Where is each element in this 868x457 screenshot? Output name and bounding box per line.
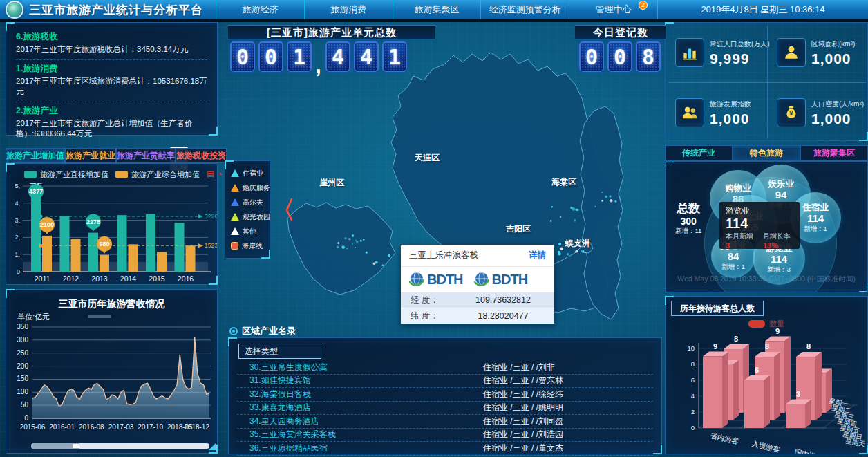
map-legend-item[interactable]: 观光农园: [231, 209, 270, 224]
legend-swatch[interactable]: [24, 171, 37, 178]
coordinate-value: 109.73632812: [452, 295, 554, 305]
coordinate-label: 经 度：: [401, 295, 452, 306]
revenue-chart-subtext: [88, 315, 111, 318]
svg-text:省内游客: 省内游客: [710, 431, 740, 445]
nav-item-2[interactable]: 旅游消费: [304, 0, 393, 19]
stat-card-3: 旅游发展指数1,000: [666, 83, 767, 142]
notification-badge: 2: [639, 1, 648, 10]
stat-card-1: 常驻人口总数(万人)9,999: [666, 23, 767, 82]
summary-item-text: 2017年三亚市年度旅游产业总计增加值（生产者价格）:6380366.44万元: [16, 118, 207, 140]
platform-logo-icon: [7, 2, 22, 17]
stat-card-4: ¥人口密度(人/km²)1,000: [767, 83, 868, 142]
svg-text:0: 0: [17, 268, 20, 275]
stat-label: 常驻人口总数(万人): [710, 39, 765, 49]
svg-text:入境游客: 入境游客: [751, 439, 782, 454]
svg-text:2012: 2012: [63, 274, 79, 283]
globe-icon: [473, 270, 491, 288]
tab-left-1[interactable]: 旅游产业增加值: [6, 148, 65, 163]
svg-text:6: 6: [755, 366, 759, 374]
svg-text:8: 8: [691, 360, 695, 368]
digit-tile: 4: [326, 41, 350, 72]
svg-text:2017-03: 2017-03: [108, 423, 134, 431]
bar-chart-icon: [675, 38, 704, 67]
directory-row: 31.如佳快捷宾馆住宿业 /三亚 / /贾东林: [237, 375, 653, 389]
coordinate-value: 18.28020477: [452, 311, 554, 321]
summary-item-title[interactable]: 1.旅游消费: [16, 63, 207, 75]
svg-text:3: 3: [796, 390, 800, 398]
nav-item-5[interactable]: 管理中心2: [569, 0, 658, 19]
map-legend-item[interactable]: 海岸线: [231, 239, 270, 253]
directory-row-name[interactable]: 33.康喜龙海酒店: [237, 402, 483, 413]
svg-text:9: 9: [775, 327, 780, 335]
summary-item: 1.旅游消费2017年三亚市年度区域旅游消费总计：10531676.18万元: [16, 60, 207, 102]
directory-row-info: 住宿业 /三亚 / /刘同盈: [483, 416, 653, 427]
revenue-chart-scrollbar[interactable]: [31, 443, 209, 449]
tab-right-2[interactable]: 特色旅游: [733, 145, 800, 161]
svg-text:300: 300: [17, 336, 28, 344]
legend-swatch[interactable]: [115, 171, 128, 178]
nav-item-4[interactable]: 经济监测预警分析: [480, 0, 569, 19]
svg-text:¥: ¥: [790, 110, 793, 117]
pie-icon[interactable]: ◔: [217, 170, 222, 178]
region-label-5: 蜈支洲: [565, 238, 590, 250]
type-filter-select[interactable]: 选择类型: [238, 344, 321, 359]
summary-panel: 6.旅游税收2017年三亚市年度旅游税收总计：3450.3.14万元1.旅游消费…: [6, 22, 218, 136]
directory-row-info: 住宿业 /三亚 / /贾东林: [483, 375, 653, 386]
bubble-delta: 新增：1: [721, 263, 745, 270]
region-yazhou[interactable]: [287, 203, 395, 295]
map-legend-item[interactable]: 住宿业: [231, 166, 270, 180]
tab-left-3[interactable]: 旅游产业贡献率: [116, 148, 176, 163]
directory-row-name[interactable]: 36.三亚琼据精品民宿: [237, 442, 483, 454]
svg-text:100: 100: [17, 388, 28, 395]
tab-right-3[interactable]: 旅游聚集区: [800, 145, 868, 161]
map-legend-label: 高尔夫: [243, 198, 263, 207]
svg-text:2100: 2100: [40, 221, 54, 228]
directory-row-name[interactable]: 32.海棠假日客栈: [237, 389, 483, 400]
popup-details-link[interactable]: 详情: [529, 250, 546, 261]
svg-text:8: 8: [806, 342, 811, 351]
header-divider: [0, 19, 868, 22]
svg-text:6: 6: [691, 376, 695, 384]
map-legend-item[interactable]: 其他: [231, 224, 270, 239]
svg-text:150: 150: [17, 375, 28, 382]
scrollbar-thumb[interactable]: [73, 443, 79, 449]
directory-row-name[interactable]: 34.星天园商务酒店: [237, 416, 483, 427]
stat-value: 1,000: [811, 50, 851, 67]
bubble-value: 114: [771, 253, 787, 265]
money-bag-icon: ¥: [777, 98, 806, 127]
bubble-name: 购物业: [725, 183, 751, 193]
tab-left-2[interactable]: 旅游产业就业: [65, 148, 116, 163]
document-icon[interactable]: ▤: [207, 170, 214, 178]
left-chart-tabs: 旅游产业增加值旅游产业就业旅游产业贡献率旅游税收投资: [6, 148, 218, 163]
bubble-name: 娱乐业: [768, 179, 794, 189]
nav-item-3[interactable]: 旅游集聚区: [393, 0, 481, 19]
summary-item-text: 2017年三亚市年度旅游税收总计：3450.3.14万元: [16, 44, 207, 55]
summary-item-title[interactable]: 6.旅游税收: [16, 31, 207, 43]
map-legend-item[interactable]: 婚庆服务: [231, 180, 270, 195]
directory-panel: 选择类型 30.三亚帛生度假公寓住宿业 /三亚 / /刘非31.如佳快捷宾馆住宿…: [228, 337, 662, 454]
svg-text:1523.: 1523.: [205, 242, 217, 249]
directory-row-name[interactable]: 30.三亚帛生度假公寓: [237, 362, 483, 373]
directory-row-name[interactable]: 31.如佳快捷宾馆: [237, 375, 483, 386]
svg-text:8: 8: [734, 335, 738, 343]
revenue-chart-panel: 三亚市历年旅游营收情况 单位:亿元 0501001502002503003502…: [6, 289, 218, 454]
svg-text:2275: 2275: [86, 218, 100, 225]
revenue-area-chart: 0501001502002503003502015-062016-012016-…: [8, 321, 217, 440]
popup-coordinate-row: 纬 度：18.28020477: [401, 308, 554, 324]
tab-right-1[interactable]: 传统产业: [665, 145, 733, 161]
today-counter-title: 今日登记数: [575, 25, 666, 39]
directory-row: 34.星天园商务酒店住宿业 /三亚 / /刘同盈: [237, 415, 653, 429]
corner-decoration: [209, 443, 216, 450]
stat-label: 旅游发展指数: [710, 100, 765, 109]
special-tourism-panel: 总数 300 新增：11 购物业88新增：4娱乐业94新增：3住宿业114新增：…: [665, 161, 868, 292]
summary-item-title[interactable]: 2.旅游产业: [16, 105, 207, 117]
nav-item-1[interactable]: 旅游经济: [216, 0, 304, 19]
bubble-name: 住宿业: [802, 203, 829, 212]
map-legend-item[interactable]: 高尔夫: [231, 195, 270, 209]
revenue-chart-title: 三亚市历年旅游营收情况: [6, 298, 217, 310]
directory-row-name[interactable]: 35.三亚海棠湾关采客栈: [237, 429, 483, 440]
svg-text:4: 4: [691, 392, 695, 400]
tab-left-4[interactable]: 旅游税收投资: [176, 148, 227, 163]
units-counter-title: [三亚市]旅游产业单元总数: [228, 25, 435, 39]
today-counter: 008: [579, 41, 661, 72]
